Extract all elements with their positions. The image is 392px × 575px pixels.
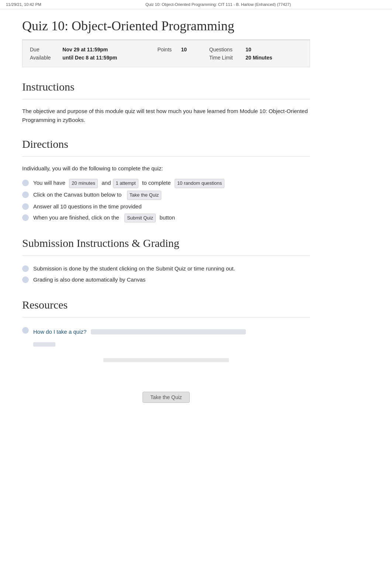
list-item: Answer all 10 questions in the time prov… bbox=[22, 201, 310, 212]
questions-badge: 10 random questions bbox=[175, 179, 224, 188]
directions-item-3: Answer all 10 questions in the time prov… bbox=[33, 202, 142, 211]
browser-page-title: Quiz 10: Object-Oriented Programming: CI… bbox=[50, 2, 386, 7]
instructions-title: Instructions bbox=[22, 81, 310, 93]
bullet-icon bbox=[22, 276, 29, 283]
bullet-icon bbox=[22, 327, 29, 334]
directions-item-2: Click on the Canvas button below to Take… bbox=[33, 190, 162, 200]
directions-item-4: When you are finished, click on the Subm… bbox=[33, 213, 175, 223]
list-item: When you are finished, click on the Subm… bbox=[22, 212, 310, 224]
list-item: How do I take a quiz? bbox=[22, 325, 310, 337]
submission-title: Submission Instructions & Grading bbox=[22, 237, 310, 249]
bullet-icon bbox=[22, 203, 29, 210]
take-quiz-bottom-button[interactable]: Take the Quiz bbox=[142, 392, 190, 403]
due-label: Due bbox=[30, 45, 62, 54]
list-item: You will have 20 minutes and 1 attempt t… bbox=[22, 177, 310, 189]
points-label: Points bbox=[157, 45, 181, 54]
resources-list: How do I take a quiz? bbox=[22, 325, 310, 337]
bullet-icon bbox=[22, 265, 29, 272]
bullet-icon bbox=[22, 180, 29, 186]
time-limit-label: Time Limit bbox=[209, 54, 246, 62]
browser-timestamp: 11/29/21, 10:42 PM bbox=[6, 2, 50, 7]
submit-quiz-inline: Submit Quiz bbox=[124, 214, 156, 223]
attempts-badge: 1 attempt bbox=[113, 179, 138, 188]
bottom-button-area: Take the Quiz bbox=[22, 392, 310, 403]
center-blurred-area bbox=[22, 358, 310, 362]
directions-item-1: You will have 20 minutes and 1 attempt t… bbox=[33, 178, 225, 188]
resources-title: Resources bbox=[22, 299, 310, 311]
time-limit-value: 20 Minutes bbox=[245, 54, 302, 62]
blurred-center-line bbox=[103, 358, 229, 362]
bullet-icon bbox=[22, 191, 29, 198]
instructions-body: The objective and purpose of this module… bbox=[22, 107, 310, 125]
questions-label: Questions bbox=[209, 45, 246, 54]
list-item: Grading is also done automatically by Ca… bbox=[22, 274, 310, 285]
blurred-content-1 bbox=[91, 329, 246, 334]
bullet-icon bbox=[22, 214, 29, 221]
resources-row: How do I take a quiz? bbox=[33, 327, 246, 336]
directions-title: Directions bbox=[22, 138, 310, 150]
minutes-badge: 20 minutes bbox=[69, 179, 98, 188]
quiz-title: Quiz 10: Object-Oriented Programming bbox=[22, 9, 310, 40]
directions-list: You will have 20 minutes and 1 attempt t… bbox=[22, 177, 310, 224]
available-value: until Dec 8 at 11:59pm bbox=[62, 54, 157, 62]
take-quiz-inline: Take the Quiz bbox=[127, 191, 162, 200]
questions-value: 10 bbox=[245, 45, 302, 54]
submission-item-2: Grading is also done automatically by Ca… bbox=[33, 275, 145, 284]
submission-divider bbox=[22, 255, 310, 256]
submission-item-1: Submission is done by the student clicki… bbox=[33, 264, 235, 273]
quiz-meta-box: Due Nov 29 at 11:59pm Points 10 Question… bbox=[22, 40, 310, 67]
browser-bar: 11/29/21, 10:42 PM Quiz 10: Object-Orien… bbox=[0, 0, 392, 9]
directions-divider bbox=[22, 156, 310, 157]
resources-divider bbox=[22, 317, 310, 317]
list-item: Click on the Canvas button below to Take… bbox=[22, 189, 310, 201]
how-to-quiz-link[interactable]: How do I take a quiz? bbox=[33, 327, 86, 336]
available-label: Available bbox=[30, 54, 62, 62]
points-value: 10 bbox=[181, 45, 209, 54]
submission-list: Submission is done by the student clicki… bbox=[22, 263, 310, 285]
due-value: Nov 29 at 11:59pm bbox=[62, 45, 157, 54]
blurred-content-2 bbox=[33, 342, 55, 347]
directions-intro: Individually, you will do the following … bbox=[22, 164, 310, 173]
list-item: Submission is done by the student clicki… bbox=[22, 263, 310, 274]
instructions-divider bbox=[22, 99, 310, 99]
